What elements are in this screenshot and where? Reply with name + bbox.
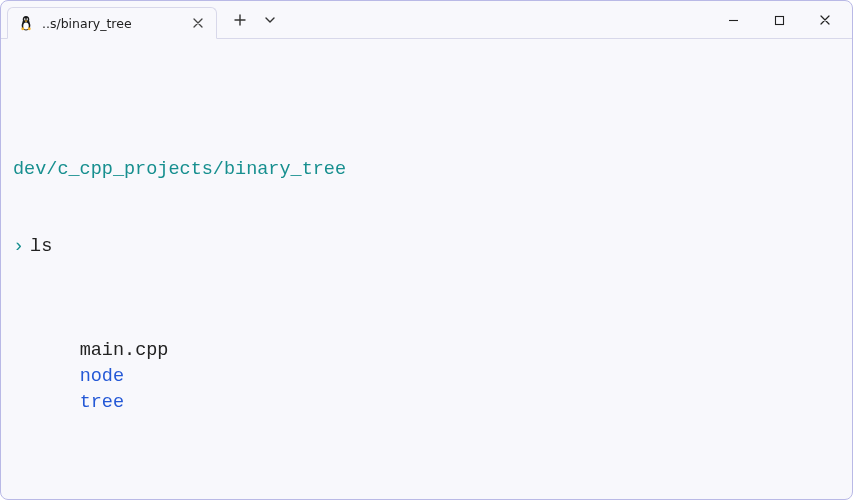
tab-actions [217,1,283,38]
app-window: ..s/binary_tree [0,0,853,500]
list-item: tree [80,392,124,413]
blank-line [13,493,840,499]
tux-icon [18,15,34,31]
prompt-line: › ls [13,234,840,260]
svg-rect-6 [775,16,783,24]
window-controls [710,1,848,39]
svg-point-5 [27,19,28,20]
new-tab-button[interactable] [227,7,253,33]
tab-close-button[interactable] [190,15,206,31]
ls-output: main.cpp node tree [13,312,840,441]
tab-dropdown-button[interactable] [257,7,283,33]
tab-strip: ..s/binary_tree [1,1,217,38]
tab-title: ..s/binary_tree [42,16,182,31]
command-text: ls [30,234,52,260]
title-bar: ..s/binary_tree [1,1,852,39]
cwd-path: dev/c_cpp_projects/binary_tree [13,157,840,183]
list-item: main.cpp [80,340,169,361]
prompt-symbol: › [13,234,24,260]
maximize-button[interactable] [756,5,802,35]
terminal-viewport[interactable]: dev/c_cpp_projects/binary_tree › ls main… [1,39,852,499]
minimize-button[interactable] [710,5,756,35]
list-item: node [80,366,124,387]
close-window-button[interactable] [802,5,848,35]
tab-active[interactable]: ..s/binary_tree [7,7,217,39]
svg-point-4 [25,19,26,20]
